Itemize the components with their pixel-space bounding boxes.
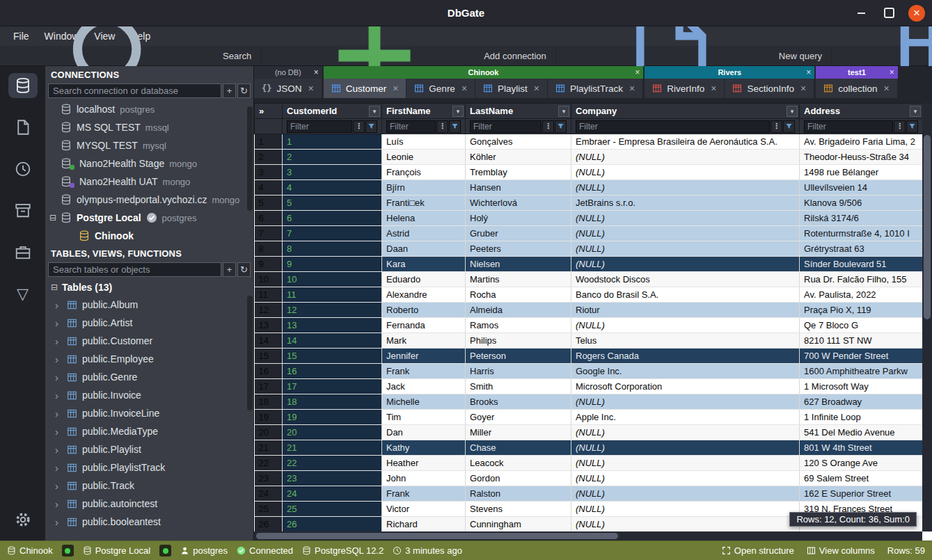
cell-customerid[interactable]: 3 xyxy=(283,165,382,180)
row-number[interactable]: 5 xyxy=(255,195,283,211)
cell-firstname[interactable]: Frank xyxy=(382,364,466,379)
cell-customerid[interactable]: 20 xyxy=(283,425,382,440)
cell-company[interactable]: (NULL) xyxy=(571,226,800,241)
column-header-firstname[interactable]: FirstName▾ xyxy=(382,104,466,119)
cell-customerid[interactable]: 11 xyxy=(283,287,382,303)
cell-lastname[interactable]: Cunningham xyxy=(466,517,571,532)
row-number[interactable]: 18 xyxy=(255,394,283,410)
close-icon[interactable]: × xyxy=(461,83,467,94)
cell-customerid[interactable]: 15 xyxy=(283,349,382,364)
cell-firstname[interactable]: Eduardo xyxy=(382,272,466,287)
cell-address[interactable]: Rilská 3174/6 xyxy=(800,211,923,226)
row-number[interactable]: 6 xyxy=(255,211,283,226)
cell-address[interactable]: Praça Pio X, 119 xyxy=(800,303,923,318)
cell-company[interactable]: Embraer - Empresa Brasileira de Aeronáut… xyxy=(571,134,800,150)
cell-company[interactable]: (NULL) xyxy=(571,257,800,272)
cell-customerid[interactable]: 22 xyxy=(283,456,382,471)
cell-address[interactable]: Rua Dr. Falcão Filho, 155 xyxy=(800,272,923,287)
cell-customerid[interactable]: 2 xyxy=(283,150,382,165)
filter-menu-icon[interactable]: ⋮ xyxy=(542,120,554,133)
row-number[interactable]: 10 xyxy=(255,272,283,287)
vertical-scrollbar[interactable] xyxy=(922,103,932,531)
table-item-public-booleantest[interactable]: ›public.booleantest xyxy=(45,513,253,531)
cell-address[interactable]: 8210 111 ST NW xyxy=(800,333,923,349)
cell-address[interactable]: Av. Paulista, 2022 xyxy=(800,287,923,303)
cell-lastname[interactable]: Chase xyxy=(466,440,571,456)
cell-customerid[interactable]: 9 xyxy=(283,257,382,272)
cell-address[interactable]: 1 Infinite Loop xyxy=(800,410,923,425)
cell-address[interactable]: Grétrystraat 63 xyxy=(800,241,923,257)
chevron-right-icon[interactable]: › xyxy=(55,299,62,311)
cell-lastname[interactable]: Ralston xyxy=(466,486,571,502)
chevron-right-icon[interactable]: › xyxy=(55,462,62,474)
chevron-right-icon[interactable]: › xyxy=(55,480,62,492)
chevron-right-icon[interactable]: › xyxy=(55,317,62,329)
close-icon[interactable]: × xyxy=(800,83,806,94)
cell-address[interactable]: 1498 rue Bélanger xyxy=(800,165,923,180)
chevron-right-icon[interactable]: › xyxy=(55,444,62,456)
filter-funnel-button[interactable] xyxy=(449,120,461,133)
cell-customerid[interactable]: 17 xyxy=(283,379,382,394)
cell-customerid[interactable]: 5 xyxy=(283,195,382,211)
cell-lastname[interactable]: Miller xyxy=(466,425,571,440)
cell-customerid[interactable]: 10 xyxy=(283,272,382,287)
cell-company[interactable]: Google Inc. xyxy=(571,364,800,379)
table-item-public-invoiceline[interactable]: ›public.InvoiceLine xyxy=(45,404,253,422)
cell-company[interactable]: Apple Inc. xyxy=(571,410,800,425)
table-item-public-playlisttrack[interactable]: ›public.PlaylistTrack xyxy=(45,458,253,477)
horizontal-scrollbar-thumb[interactable] xyxy=(256,533,618,539)
row-number[interactable]: 23 xyxy=(255,471,283,486)
tab-sectioninfo[interactable]: SectionInfo× xyxy=(725,79,814,98)
chevron-right-icon[interactable]: › xyxy=(55,390,62,401)
collapse-icon[interactable]: ⊟ xyxy=(49,213,56,223)
cell-customerid[interactable]: 13 xyxy=(283,318,382,333)
tab-json[interactable]: {}JSON× xyxy=(254,79,322,98)
row-number[interactable]: 2 xyxy=(255,150,283,165)
cell-company[interactable]: Microsoft Corporation xyxy=(571,379,800,394)
cell-lastname[interactable]: Nielsen xyxy=(466,257,571,272)
cell-company[interactable]: Banco do Brasil S.A. xyxy=(571,287,800,303)
cell-firstname[interactable]: Michelle xyxy=(382,394,466,410)
connection-item-chinook[interactable]: Chinook xyxy=(45,227,253,245)
chevron-right-icon[interactable]: › xyxy=(55,516,62,528)
filter-menu-icon[interactable]: ⋮ xyxy=(436,120,448,133)
sidebar-jobs-button[interactable] xyxy=(8,240,38,265)
close-icon[interactable]: × xyxy=(629,83,635,94)
row-number[interactable]: 25 xyxy=(255,502,283,517)
cell-lastname[interactable]: Stevens xyxy=(466,502,571,517)
row-number[interactable]: 8 xyxy=(255,241,283,257)
cell-address[interactable]: Ullevílsveien 14 xyxy=(800,180,923,195)
cell-firstname[interactable]: John xyxy=(382,471,466,486)
close-button[interactable] xyxy=(908,5,925,22)
cell-company[interactable]: (NULL) xyxy=(571,211,800,226)
cell-lastname[interactable]: Martins xyxy=(466,272,571,287)
close-icon[interactable]: × xyxy=(890,67,894,77)
table-item-public-playlist[interactable]: ›public.Playlist xyxy=(45,440,253,458)
cell-customerid[interactable]: 14 xyxy=(283,333,382,349)
cell-customerid[interactable]: 26 xyxy=(283,517,382,532)
tab-riverinfo[interactable]: RiverInfo× xyxy=(645,79,725,98)
connection-item-nano2health-uat[interactable]: Nano2Health UATmongo xyxy=(45,173,253,191)
sidebar-connections-button[interactable] xyxy=(8,73,38,98)
chevron-right-icon[interactable]: › xyxy=(55,426,62,438)
filter-funnel-button[interactable] xyxy=(555,120,567,133)
table-item-public-mediatype[interactable]: ›public.MediaType xyxy=(45,422,253,440)
cell-firstname[interactable]: Kara xyxy=(382,257,466,272)
cell-company[interactable]: (NULL) xyxy=(571,150,800,165)
table-item-public-album[interactable]: ›public.Album xyxy=(45,296,253,314)
cell-company[interactable]: Riotur xyxy=(571,303,800,318)
row-number[interactable]: 12 xyxy=(255,303,283,318)
cell-customerid[interactable]: 18 xyxy=(283,394,382,410)
close-icon[interactable]: × xyxy=(534,83,539,94)
cell-firstname[interactable]: Heather xyxy=(382,456,466,471)
statusbar-open-structure[interactable]: Open structure xyxy=(722,545,794,556)
statusbar-view-columns[interactable]: View columns xyxy=(807,545,875,556)
cell-lastname[interactable]: Brooks xyxy=(466,394,571,410)
cell-company[interactable]: (NULL) xyxy=(571,165,800,180)
chevron-down-icon[interactable]: ▾ xyxy=(452,106,464,117)
chevron-right-icon[interactable]: › xyxy=(55,335,62,347)
cell-lastname[interactable]: Rocha xyxy=(466,287,571,303)
cell-address[interactable]: 801 W 4th Street xyxy=(800,440,923,456)
add-connection-small-button[interactable]: + xyxy=(223,83,236,98)
close-icon[interactable]: × xyxy=(314,67,319,77)
